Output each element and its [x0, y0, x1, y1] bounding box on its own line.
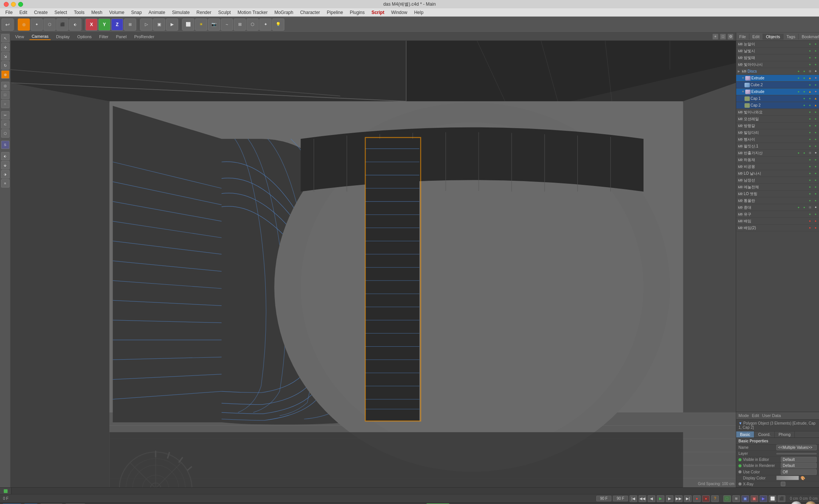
prev-button[interactable]: ◀ — [648, 495, 655, 502]
bridge-tool[interactable]: ⊂ — [1, 120, 9, 129]
particles-button[interactable]: ✦ — [259, 19, 271, 31]
object-item-cap1[interactable]: Cap 1 ● ● ▲ — [736, 95, 819, 102]
keyframe-button[interactable]: ⬡ — [723, 495, 731, 502]
go-to-start-button[interactable]: |◀ — [630, 495, 637, 502]
close-button[interactable] — [4, 2, 9, 7]
mode-brush-button[interactable]: ⬖ — [69, 19, 81, 31]
object-list[interactable]: LO 눈알이 ● ● LO 날빛시 ● ● LO 밤빛때 — [736, 41, 819, 412]
record-button[interactable]: ● — [693, 495, 701, 502]
tab-cameras[interactable]: Cameras — [29, 33, 51, 40]
prop-value-layer[interactable] — [776, 453, 817, 454]
menu-sculpt[interactable]: Sculpt — [215, 9, 234, 16]
menu-volume[interactable]: Volume — [106, 9, 127, 16]
dynamics-button[interactable]: 💡 — [272, 19, 284, 31]
next-frame-button[interactable]: ▶▶ — [675, 495, 682, 502]
menu-create[interactable]: Create — [31, 9, 51, 16]
prop-color-picker-button[interactable]: 🎨 — [800, 476, 805, 480]
cube-button[interactable]: ⬜ — [182, 19, 194, 31]
mode-object-button[interactable]: ◎ — [18, 19, 30, 31]
motion-button[interactable]: ≋ — [732, 495, 740, 502]
object-item-3[interactable]: LO 밤빛때 ● ● — [736, 54, 819, 61]
prop-value-visible-renderer[interactable]: Default — [781, 463, 817, 468]
object-item-26[interactable]: LO 배임 ● ● — [736, 218, 819, 225]
menu-script[interactable]: Script — [368, 9, 387, 16]
prop-value-visible-editor[interactable]: Default — [781, 457, 817, 462]
render2-button[interactable]: ▶ — [760, 495, 767, 502]
spline-button[interactable]: ~ — [221, 19, 233, 31]
viewport-expand-button[interactable]: + — [712, 34, 718, 40]
menu-simulate[interactable]: Simulate — [169, 9, 193, 16]
rectangle-select[interactable]: □ — [1, 91, 9, 99]
prop-color-swatch[interactable] — [776, 476, 799, 480]
menu-window[interactable]: Window — [388, 9, 410, 16]
prop-xray-checkbox[interactable] — [781, 482, 785, 486]
material-tool[interactable]: S — [1, 141, 9, 149]
menu-render[interactable]: Render — [194, 9, 214, 16]
light-button[interactable]: ☀ — [195, 19, 207, 31]
object-item-25[interactable]: LO 유구 ● ● — [736, 211, 819, 218]
next-button[interactable]: ▶ — [666, 495, 673, 502]
menu-character[interactable]: Character — [297, 9, 323, 16]
menu-animate[interactable]: Animate — [146, 9, 168, 16]
viewport-settings-button[interactable]: ⚙ — [727, 34, 734, 40]
prev-frame-button[interactable]: ◀◀ — [639, 495, 646, 502]
object-item-14[interactable]: LO 행사이 ● ● — [736, 136, 819, 143]
object-item-extrude2[interactable]: ▼ ⬡ Extrude ● ● ▲ ✦ — [736, 88, 819, 95]
object-item-24[interactable]: LO 중대 ● ● ⊞ ✦ — [736, 204, 819, 211]
play-button[interactable]: ▶ — [657, 495, 664, 502]
knife-tool[interactable]: ✂ — [1, 111, 9, 119]
right-tab-file[interactable]: File — [736, 34, 749, 40]
mode-polygon-button[interactable]: ⬛ — [56, 19, 68, 31]
object-item-11[interactable]: LO 모션레일 ● ● — [736, 116, 819, 123]
x-axis-button[interactable]: X — [85, 19, 98, 31]
scale-tool[interactable]: ⇲ — [1, 52, 9, 60]
right-tab-edit[interactable]: Edit — [749, 34, 763, 40]
menu-help[interactable]: Help — [411, 9, 427, 16]
tab-panel[interactable]: Panel — [114, 34, 129, 40]
object-item-19[interactable]: LO LO 날나시 ● ● — [736, 170, 819, 177]
object-item-discs[interactable]: ▶ LO Discs ● ● ⊞ ✦ — [736, 68, 819, 75]
render-full-button[interactable]: ▶ — [166, 19, 178, 31]
object-item-4[interactable]: LO 빛아이나시 ● ● — [736, 61, 819, 68]
minimize-button[interactable] — [11, 2, 16, 7]
object-item-extrude1[interactable]: ▼ ⬡ Extrude ● ● ▲ ✦ — [736, 75, 819, 82]
move-tool[interactable]: ✛ — [1, 43, 9, 51]
bevel-tool[interactable]: ⬗ — [1, 170, 9, 178]
mode-edge-button[interactable]: ⬡ — [43, 19, 56, 31]
viewport-fullscreen-button[interactable]: □ — [720, 34, 726, 40]
tab-view[interactable]: View — [13, 34, 26, 40]
menu-pipeline[interactable]: Pipeline — [324, 9, 346, 16]
tab-display[interactable]: Display — [54, 34, 72, 40]
rotate-tool[interactable]: ↻ — [1, 61, 9, 70]
deform-button[interactable]: ⬡ — [247, 19, 259, 31]
menu-select[interactable]: Select — [51, 9, 70, 16]
render-region-button[interactable]: ▣ — [153, 19, 165, 31]
object-item-10[interactable]: LO 빛이나와요 ● ● — [736, 109, 819, 116]
prop-tab-coord[interactable]: Coord. — [754, 431, 775, 437]
menu-mesh[interactable]: Mesh — [88, 9, 105, 16]
loop-cut[interactable]: ≡ — [1, 179, 9, 188]
object-item-22[interactable]: LO LO 엣힝 ● ● — [736, 191, 819, 197]
object-item-21[interactable]: LO 에눌전체 ● ● — [736, 184, 819, 191]
collapse-arrow-extrude1[interactable]: ▼ — [741, 76, 745, 80]
object-item-27[interactable]: LO 배임(2) ● ● — [736, 225, 819, 231]
record-help-button[interactable]: ? — [711, 495, 719, 502]
menu-mograph[interactable]: MoGraph — [271, 9, 296, 16]
camera-button[interactable]: 📷 — [208, 19, 220, 31]
menu-tools[interactable]: Tools — [71, 9, 87, 16]
object-item-16[interactable]: LO 반홀가지산 ● ● ⊞ ✦ — [736, 150, 819, 157]
mode-points-button[interactable]: ✦ — [31, 19, 43, 31]
menu-file[interactable]: File — [2, 9, 16, 16]
undo-button[interactable]: ↩ — [2, 19, 14, 31]
menu-motiontracker[interactable]: Motion Tracker — [234, 9, 270, 16]
collapse-arrow-discs[interactable]: ▶ — [738, 70, 741, 73]
object-item-13[interactable]: LO 빌딩다리 ● ● — [736, 129, 819, 136]
layer-button[interactable]: ▣ — [741, 495, 749, 502]
right-tab-objects[interactable]: Objects — [763, 34, 783, 40]
extra-button2[interactable]: ⬛ — [778, 495, 785, 502]
object-item-nunali[interactable]: LO 눈알이 ● ● — [736, 41, 819, 48]
object-item-17[interactable]: LO 하동재 ● ● — [736, 157, 819, 163]
live-selection[interactable]: ◎ — [1, 82, 9, 90]
object-item-18[interactable]: LO 비공몽 ● ● — [736, 163, 819, 170]
object-item-15[interactable]: LO 팔짓산.1 ● ● — [736, 143, 819, 150]
